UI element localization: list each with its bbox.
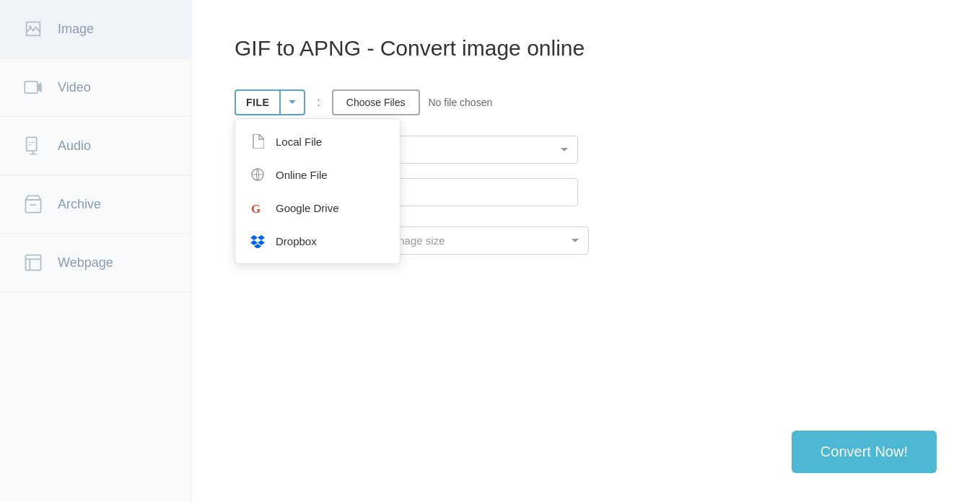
page-title: GIF to APNG - Convert image online: [235, 36, 937, 61]
convert-now-button[interactable]: Convert Now!: [792, 431, 937, 473]
video-icon: [20, 74, 46, 100]
sidebar-item-archive-label: Archive: [58, 197, 101, 212]
sidebar-item-image-label: Image: [58, 22, 94, 37]
sidebar-item-audio[interactable]: Audio: [0, 117, 191, 175]
dropdown-item-online-file[interactable]: Online File: [235, 158, 400, 191]
choose-files-button[interactable]: Choose Files: [332, 89, 420, 115]
sidebar-item-audio-label: Audio: [58, 138, 91, 154]
file-source-dropdown: Local File Online File G Google Drive: [235, 118, 401, 264]
dropdown-item-online-file-label: Online File: [276, 169, 328, 181]
dropdown-item-local-file[interactable]: Local File: [235, 125, 400, 158]
file-type-button-group: FILE: [235, 89, 305, 115]
chevron-down-icon: [288, 98, 297, 107]
webpage-icon: [20, 250, 46, 276]
file-input-row: FILE : Choose Files No file chosen Local…: [235, 89, 937, 115]
dropdown-item-local-file-label: Local File: [276, 136, 322, 148]
colon-separator: :: [317, 96, 320, 109]
dropdown-item-dropbox-label: Dropbox: [276, 235, 317, 247]
online-file-icon: [250, 167, 266, 182]
svg-point-0: [29, 25, 32, 28]
svg-rect-4: [26, 255, 41, 270]
sidebar-item-webpage-label: Webpage: [58, 255, 113, 270]
sidebar-item-archive[interactable]: Archive: [0, 175, 191, 234]
dropbox-icon: [250, 233, 266, 249]
main-content: GIF to APNG - Convert image online FILE …: [191, 0, 980, 502]
sidebar-item-video[interactable]: Video: [0, 58, 191, 117]
dropdown-item-dropbox[interactable]: Dropbox: [235, 224, 400, 257]
google-drive-icon: G: [250, 200, 266, 216]
archive-icon: [20, 191, 46, 217]
local-file-icon: [250, 133, 266, 149]
svg-rect-2: [27, 137, 37, 151]
dropdown-item-google-drive-label: Google Drive: [276, 202, 339, 214]
no-file-text: No file chosen: [429, 97, 493, 108]
svg-rect-1: [25, 82, 38, 93]
sidebar-item-webpage[interactable]: Webpage: [0, 234, 191, 292]
svg-text:G: G: [251, 202, 261, 215]
file-type-dropdown-button[interactable]: [281, 92, 304, 113]
svg-rect-3: [26, 200, 41, 213]
sidebar: Image Video Audio Archive: [0, 0, 191, 502]
file-type-label: FILE: [236, 91, 281, 114]
image-icon: [20, 16, 46, 42]
audio-icon: [20, 133, 46, 159]
sidebar-item-video-label: Video: [58, 80, 91, 95]
sidebar-item-image[interactable]: Image: [0, 0, 191, 58]
dropdown-item-google-drive[interactable]: G Google Drive: [235, 191, 400, 224]
